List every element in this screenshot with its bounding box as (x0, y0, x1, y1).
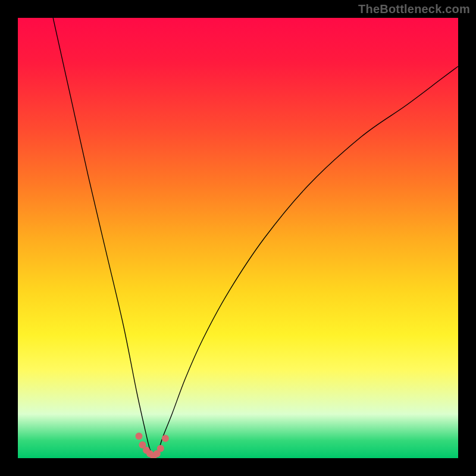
curve-marker (162, 435, 169, 442)
curve-marker (136, 433, 143, 440)
watermark-text: TheBottleneck.com (358, 2, 470, 16)
bottleneck-curve (53, 18, 458, 458)
curve-markers (136, 433, 169, 458)
plot-area (18, 18, 458, 458)
chart-svg (18, 18, 458, 458)
chart-stage: TheBottleneck.com (0, 0, 476, 476)
curve-marker (157, 445, 164, 452)
